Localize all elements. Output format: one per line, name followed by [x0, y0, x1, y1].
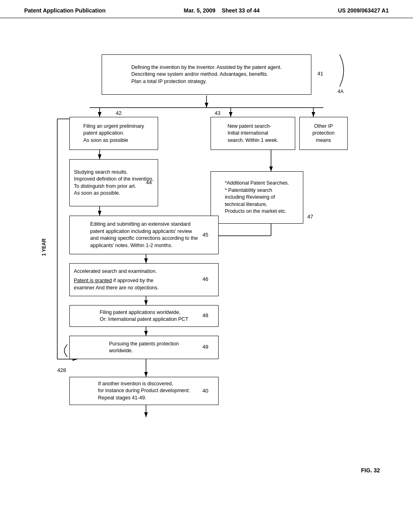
label-45: 45 — [202, 232, 208, 238]
node-47: *Additional Patent Searches.* Patentabil… — [211, 171, 303, 224]
content-area: Defining the invention by the inventor. … — [0, 18, 413, 502]
node-43-text: New patent search-Initial internationals… — [227, 123, 278, 144]
node-45-text: Editing and submitting an extensive stan… — [90, 221, 198, 249]
label-47: 47 — [307, 214, 313, 220]
node-48: Filing patent applications worldwide,Or:… — [69, 305, 219, 327]
patent-granted-text: Patent is granted — [74, 278, 112, 283]
label-42: 42 — [116, 110, 121, 116]
flowchart-svg — [33, 30, 380, 494]
header-center: Mar. 5, 2009 Sheet 33 of 44 — [184, 7, 260, 14]
node-40: If another invention is discovered,for i… — [69, 377, 219, 405]
node-49-text: Pursuing the patents protectionworldwide… — [109, 341, 179, 355]
header-left: Patent Application Publication — [24, 7, 106, 14]
node-44: Studying search results.Improved definit… — [69, 159, 158, 206]
node-other-ip-text: Other IPprotectionmeans — [313, 123, 335, 144]
label-46: 46 — [202, 276, 208, 282]
node-other-ip: Other IPprotectionmeans — [299, 117, 348, 150]
header-sheet: Sheet 33 of 44 — [222, 7, 260, 14]
node-46-line2: Patent is granted if approved by theexam… — [74, 277, 159, 291]
label-43: 43 — [215, 110, 220, 116]
label-44: 44 — [146, 179, 152, 185]
node-43: New patent search-Initial internationals… — [211, 117, 295, 150]
label-4A: 4A — [338, 89, 344, 94]
header-date: Mar. 5, 2009 — [184, 7, 216, 14]
label-40: 40 — [202, 388, 208, 394]
label-48: 48 — [202, 312, 208, 318]
node-45: Editing and submitting an extensive stan… — [69, 216, 219, 254]
node-42-text: Filing an urgent preliminarypatent appli… — [83, 123, 144, 144]
node-40-text: If another invention is discovered,for i… — [98, 380, 190, 402]
node-41-text: Defining the invention by the inventor. … — [131, 64, 282, 85]
node-44-text: Studying search results.Improved definit… — [74, 169, 153, 197]
node-46-line1: Accelerated search and examination. — [74, 268, 157, 275]
node-47-text: *Additional Patent Searches.* Patentabil… — [225, 180, 289, 215]
page: Patent Application Publication Mar. 5, 2… — [0, 0, 413, 532]
node-48-text: Filing patent applications worldwide,Or:… — [100, 309, 188, 323]
flowchart: Defining the invention by the inventor. … — [33, 30, 380, 494]
node-41: Defining the invention by the inventor. … — [102, 54, 311, 95]
label-428: 428 — [57, 367, 66, 373]
fig-label: FIG. 32 — [361, 467, 380, 474]
header-right: US 2009/063427 A1 — [338, 7, 389, 14]
label-41: 41 — [317, 71, 323, 77]
page-header: Patent Application Publication Mar. 5, 2… — [0, 0, 413, 18]
node-42: Filing an urgent preliminarypatent appli… — [69, 117, 158, 150]
year-label: 1 YEAR — [41, 224, 47, 256]
label-49: 49 — [202, 344, 208, 350]
node-49: Pursuing the patents protectionworldwide… — [69, 336, 219, 359]
node-46: Accelerated search and examination. Pate… — [69, 263, 219, 296]
